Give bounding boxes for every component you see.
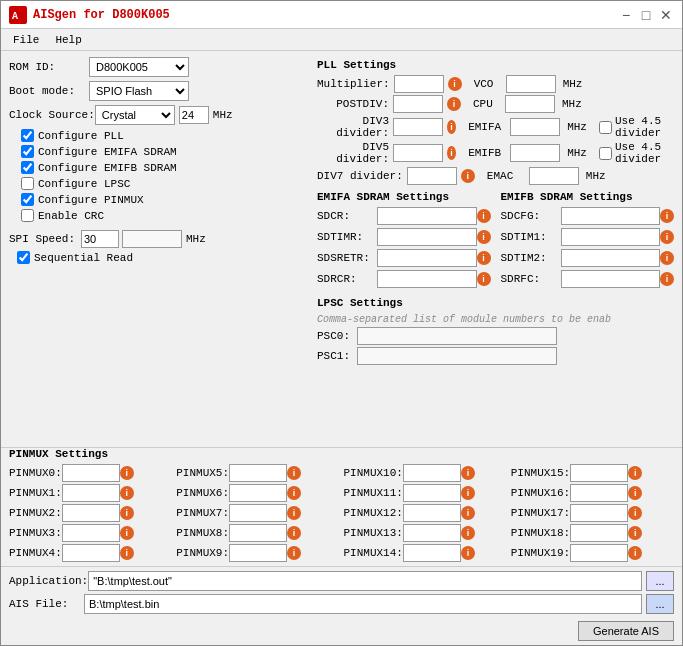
pinmux17-input[interactable] <box>570 504 628 522</box>
pll-div7-input[interactable] <box>407 167 457 185</box>
pinmux11-info-btn[interactable]: i <box>461 486 475 500</box>
pll-div3-input[interactable] <box>393 118 443 136</box>
pinmux4-input[interactable] <box>62 544 120 562</box>
pinmux2-info-btn[interactable]: i <box>120 506 134 520</box>
cfg-lpsc-checkbox[interactable] <box>21 177 34 190</box>
sdtim1-info-btn[interactable]: i <box>660 230 674 244</box>
pinmux14-input[interactable] <box>403 544 461 562</box>
cfg-pll-checkbox[interactable] <box>21 129 34 142</box>
clock-freq-input[interactable] <box>179 106 209 124</box>
application-browse-button[interactable]: ... <box>646 571 674 591</box>
cfg-emifb-checkbox[interactable] <box>21 161 34 174</box>
pll-div3-info-btn[interactable]: i <box>447 120 456 134</box>
pinmux1-input[interactable] <box>62 484 120 502</box>
pinmux13-info-btn[interactable]: i <box>461 526 475 540</box>
sdcr-info-btn[interactable]: i <box>477 209 491 223</box>
pinmux11-input[interactable] <box>403 484 461 502</box>
sdcfg-info-btn[interactable]: i <box>660 209 674 223</box>
menu-help[interactable]: Help <box>47 32 89 48</box>
pinmux0-info-btn[interactable]: i <box>120 466 134 480</box>
pinmux8-info-btn[interactable]: i <box>287 526 301 540</box>
application-input[interactable] <box>88 571 642 591</box>
rom-id-select[interactable]: D800K005 <box>89 57 189 77</box>
use45-emifb-checkbox[interactable] <box>599 147 612 160</box>
boot-mode-select[interactable]: SPIO Flash <box>89 81 189 101</box>
pinmux5-input[interactable] <box>229 464 287 482</box>
sdrcr-info-btn[interactable]: i <box>477 272 491 286</box>
cfg-pinmux-row: Configure PINMUX <box>21 193 309 206</box>
pinmux17-info-btn[interactable]: i <box>628 506 642 520</box>
sdrfc-info-btn[interactable]: i <box>660 272 674 286</box>
menu-file[interactable]: File <box>5 32 47 48</box>
pinmux16-input[interactable] <box>570 484 628 502</box>
pinmux10-input[interactable] <box>403 464 461 482</box>
pll-cpu-input[interactable] <box>505 95 555 113</box>
pll-emifb-input[interactable] <box>510 144 560 162</box>
pll-emac-input[interactable] <box>529 167 579 185</box>
sdtimr-input[interactable] <box>377 228 477 246</box>
pinmux14-info-btn[interactable]: i <box>461 546 475 560</box>
spi-speed-input1[interactable] <box>81 230 119 248</box>
pinmux16-info-btn[interactable]: i <box>628 486 642 500</box>
sdtim1-input[interactable] <box>561 228 661 246</box>
cfg-emifa-checkbox[interactable] <box>21 145 34 158</box>
pinmux3-input[interactable] <box>62 524 120 542</box>
sdcfg-input[interactable] <box>561 207 661 225</box>
pll-emifa-input[interactable] <box>510 118 560 136</box>
pinmux6-input[interactable] <box>229 484 287 502</box>
pll-multiplier-info-btn[interactable]: i <box>448 77 462 91</box>
pinmux19-input[interactable] <box>570 544 628 562</box>
use45-emifa-checkbox[interactable] <box>599 121 612 134</box>
minimize-button[interactable]: − <box>618 7 634 23</box>
pinmux12-info-btn[interactable]: i <box>461 506 475 520</box>
sdrfc-input[interactable] <box>561 270 661 288</box>
spi-speed-input2[interactable] <box>122 230 182 248</box>
pll-div5-input[interactable] <box>393 144 443 162</box>
pinmux15-input[interactable] <box>570 464 628 482</box>
pinmux2-input[interactable] <box>62 504 120 522</box>
psc1-input[interactable] <box>357 347 557 365</box>
pinmux3-info-btn[interactable]: i <box>120 526 134 540</box>
pinmux12-input[interactable] <box>403 504 461 522</box>
sdsretr-info-btn[interactable]: i <box>477 251 491 265</box>
pinmux13-input[interactable] <box>403 524 461 542</box>
pinmux10-info-btn[interactable]: i <box>461 466 475 480</box>
pinmux1-info-btn[interactable]: i <box>120 486 134 500</box>
pinmux18-input[interactable] <box>570 524 628 542</box>
close-button[interactable]: ✕ <box>658 7 674 23</box>
sdcr-input[interactable] <box>377 207 477 225</box>
pll-div7-info-btn[interactable]: i <box>461 169 475 183</box>
cfg-pinmux-checkbox[interactable] <box>21 193 34 206</box>
enable-crc-checkbox[interactable] <box>21 209 34 222</box>
generate-ais-button[interactable]: Generate AIS <box>578 621 674 641</box>
pll-multiplier-input[interactable] <box>394 75 444 93</box>
pinmux6-info-btn[interactable]: i <box>287 486 301 500</box>
sdrcr-input[interactable] <box>377 270 477 288</box>
sdsretr-input[interactable] <box>377 249 477 267</box>
pll-postdiv-input[interactable] <box>393 95 443 113</box>
ais-file-input[interactable] <box>84 594 642 614</box>
pinmux9-input[interactable] <box>229 544 287 562</box>
pinmux18-info-btn[interactable]: i <box>628 526 642 540</box>
sdtim2-info-btn[interactable]: i <box>660 251 674 265</box>
maximize-button[interactable]: □ <box>638 7 654 23</box>
pinmux4-info-btn[interactable]: i <box>120 546 134 560</box>
pinmux7-input[interactable] <box>229 504 287 522</box>
pinmux15-info-btn[interactable]: i <box>628 466 642 480</box>
pll-postdiv-info-btn[interactable]: i <box>447 97 461 111</box>
sdtimr-info-btn[interactable]: i <box>477 230 491 244</box>
pinmux7-info-btn[interactable]: i <box>287 506 301 520</box>
clock-source-select[interactable]: Crystal <box>95 105 175 125</box>
psc0-input[interactable] <box>357 327 557 345</box>
sequential-read-checkbox[interactable] <box>17 251 30 264</box>
ais-file-browse-button[interactable]: ... <box>646 594 674 614</box>
pinmux9-info-btn[interactable]: i <box>287 546 301 560</box>
pinmux5-info-btn[interactable]: i <box>287 466 301 480</box>
pinmux8-input[interactable] <box>229 524 287 542</box>
pinmux0-input[interactable] <box>62 464 120 482</box>
pinmux19-info-btn[interactable]: i <box>628 546 642 560</box>
sdtim2-input[interactable] <box>561 249 661 267</box>
pinmux5-label: PINMUX5: <box>176 467 229 479</box>
pll-vco-input[interactable] <box>506 75 556 93</box>
pll-div5-info-btn[interactable]: i <box>447 146 456 160</box>
